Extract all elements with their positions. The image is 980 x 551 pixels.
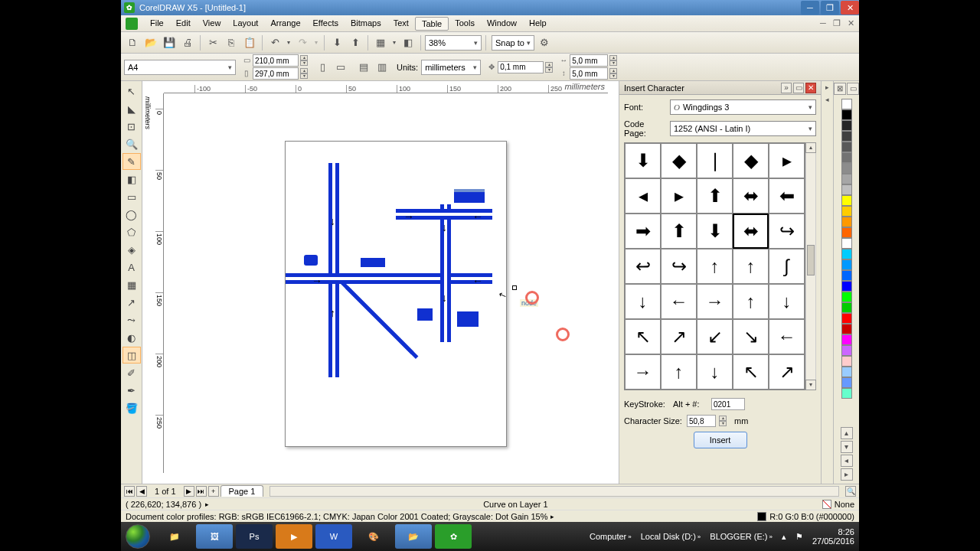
mdi-close[interactable]: ✕ bbox=[845, 18, 856, 28]
char-cell[interactable]: ↓ bbox=[697, 354, 733, 390]
palette-next-button[interactable]: ▸ bbox=[841, 468, 853, 481]
char-cell[interactable]: ↑ bbox=[697, 249, 733, 284]
docker-collapse-button[interactable]: » bbox=[781, 83, 792, 93]
dupx-spinner[interactable]: ▴▾ bbox=[609, 55, 617, 66]
width-spinner[interactable]: ▴▾ bbox=[300, 55, 308, 66]
color-swatch[interactable] bbox=[841, 142, 852, 152]
char-cell[interactable]: ❘ bbox=[697, 143, 733, 178]
copy-button[interactable]: ⎘ bbox=[223, 34, 240, 51]
drawing-content[interactable]: ↓ ↑ → → ← ↓ ← ↓ ↖ node bbox=[286, 142, 506, 446]
task-folder[interactable]: 📂 bbox=[395, 524, 432, 549]
export-button[interactable]: ⬆ bbox=[347, 34, 364, 51]
dupy-spinner[interactable]: ▴▾ bbox=[609, 68, 617, 79]
char-cell[interactable]: ↗ bbox=[661, 319, 697, 354]
menu-edit[interactable]: Edit bbox=[170, 17, 197, 31]
char-cell[interactable]: ↖ bbox=[733, 354, 769, 390]
mdi-restore[interactable]: ❐ bbox=[831, 18, 842, 28]
color-swatch[interactable] bbox=[841, 217, 852, 227]
dup-x-field[interactable]: 5,0 mm bbox=[570, 54, 608, 67]
connector-tool[interactable]: ⤳ bbox=[122, 311, 141, 328]
color-swatch[interactable] bbox=[841, 270, 852, 281]
flyout-icon[interactable]: ▭ bbox=[847, 83, 859, 95]
first-page-button[interactable]: ⏮ bbox=[124, 486, 135, 497]
palette-up-button[interactable]: ▴ bbox=[841, 427, 853, 439]
color-swatch[interactable] bbox=[841, 356, 852, 367]
char-cell[interactable]: ↪ bbox=[661, 249, 697, 284]
eyedropper-tool[interactable]: ✐ bbox=[122, 364, 141, 381]
codepage-combo[interactable]: 1252 (ANSI - Latin I) bbox=[670, 121, 816, 136]
color-swatch[interactable] bbox=[841, 259, 852, 270]
char-cell[interactable]: ⬆ bbox=[661, 214, 697, 249]
zoom-tool[interactable]: 🔍 bbox=[122, 135, 141, 152]
page-tab[interactable]: Page 1 bbox=[220, 485, 264, 497]
minimize-button[interactable]: ─ bbox=[801, 1, 819, 15]
papersize-combo[interactable]: A4 bbox=[124, 60, 236, 75]
char-cell[interactable]: ↖ bbox=[625, 319, 661, 354]
color-swatch[interactable] bbox=[841, 334, 852, 345]
mdi-minimize[interactable]: ─ bbox=[818, 18, 828, 28]
maximize-button[interactable]: ❐ bbox=[821, 1, 839, 15]
task-media[interactable]: ▶ bbox=[276, 524, 312, 549]
char-cell[interactable]: ⬌ bbox=[733, 178, 769, 214]
tray-disk-d[interactable]: Local Disk (D:) » bbox=[641, 532, 701, 541]
color-swatch[interactable] bbox=[841, 195, 852, 206]
char-cell[interactable]: ◆ bbox=[661, 143, 697, 178]
all-pages-button[interactable]: ▤ bbox=[355, 59, 372, 76]
ellipse-tool[interactable]: ◯ bbox=[122, 206, 141, 223]
dup-y-field[interactable]: 5,0 mm bbox=[570, 67, 608, 80]
task-app1[interactable]: 🖼 bbox=[196, 524, 233, 549]
char-cell[interactable]: ↪ bbox=[769, 214, 805, 249]
freehand-tool[interactable]: ✎ bbox=[122, 153, 141, 170]
tray-disk-e[interactable]: BLOGGER (E:) » bbox=[710, 532, 773, 541]
task-corel[interactable]: ✿ bbox=[435, 524, 472, 549]
menu-layout[interactable]: Layout bbox=[227, 17, 264, 31]
horizontal-scrollbar[interactable] bbox=[270, 486, 839, 497]
char-cell[interactable]: ◆ bbox=[733, 143, 769, 178]
scroll-up-button[interactable]: ▴ bbox=[805, 142, 816, 153]
last-page-button[interactable]: ⏭ bbox=[196, 486, 207, 497]
color-swatch[interactable] bbox=[841, 367, 852, 377]
task-word[interactable]: W bbox=[315, 524, 352, 549]
text-tool[interactable]: A bbox=[122, 259, 141, 276]
fill-tool[interactable]: 🪣 bbox=[122, 399, 141, 416]
crop-tool[interactable]: ⊡ bbox=[122, 118, 141, 135]
expand-right-button[interactable]: ▸ bbox=[822, 83, 833, 93]
node-handle[interactable] bbox=[512, 285, 517, 290]
color-swatch[interactable] bbox=[841, 292, 852, 302]
char-cell[interactable]: ↩ bbox=[625, 249, 661, 284]
tray-flag-icon[interactable]: ⚑ bbox=[795, 532, 803, 542]
shape-tool[interactable]: ◣ bbox=[122, 100, 141, 117]
color-swatch[interactable] bbox=[841, 120, 852, 131]
color-swatch[interactable] bbox=[841, 152, 852, 163]
launcher-dropdown[interactable]: ▾ bbox=[390, 34, 398, 51]
color-swatch[interactable] bbox=[841, 227, 852, 238]
tray-expand-icon[interactable]: ▴ bbox=[782, 532, 786, 542]
altnum-field[interactable]: 0201 bbox=[711, 398, 745, 410]
font-combo[interactable]: OWingdings 3 bbox=[670, 99, 816, 115]
char-cell[interactable]: ⬇ bbox=[697, 214, 733, 249]
nudge-field[interactable]: 0,1 mm bbox=[498, 61, 544, 73]
add-page-button[interactable]: + bbox=[208, 486, 219, 497]
charsize-field[interactable]: 50,8 bbox=[687, 415, 716, 427]
color-swatch[interactable] bbox=[841, 109, 852, 120]
next-page-button[interactable]: ▶ bbox=[184, 486, 194, 497]
char-cell[interactable]: ▸ bbox=[661, 178, 697, 214]
undo-dropdown[interactable]: ▾ bbox=[285, 34, 292, 51]
char-cell[interactable]: ↓ bbox=[625, 284, 661, 319]
char-cell[interactable]: ↑ bbox=[733, 249, 769, 284]
height-spinner[interactable]: ▴▾ bbox=[300, 68, 308, 79]
start-button[interactable] bbox=[121, 522, 155, 551]
palette-down-button[interactable]: ▾ bbox=[841, 441, 853, 453]
transparency-tool[interactable]: ◫ bbox=[122, 347, 141, 364]
color-swatch[interactable] bbox=[841, 281, 852, 292]
print-button[interactable]: 🖨 bbox=[179, 34, 196, 51]
pick-tool[interactable]: ↖ bbox=[122, 83, 141, 99]
menu-arrange[interactable]: Arrange bbox=[264, 17, 306, 31]
table-tool[interactable]: ▦ bbox=[122, 276, 141, 293]
no-fill-icon[interactable]: ⊠ bbox=[834, 83, 846, 95]
dimension-tool[interactable]: ↗ bbox=[122, 294, 141, 311]
insert-button[interactable]: Insert bbox=[694, 432, 747, 448]
horizontal-ruler[interactable]: millimeters -100-50050100150200250 bbox=[164, 81, 608, 93]
color-swatch[interactable] bbox=[841, 302, 852, 313]
task-photoshop[interactable]: Ps bbox=[236, 524, 273, 549]
